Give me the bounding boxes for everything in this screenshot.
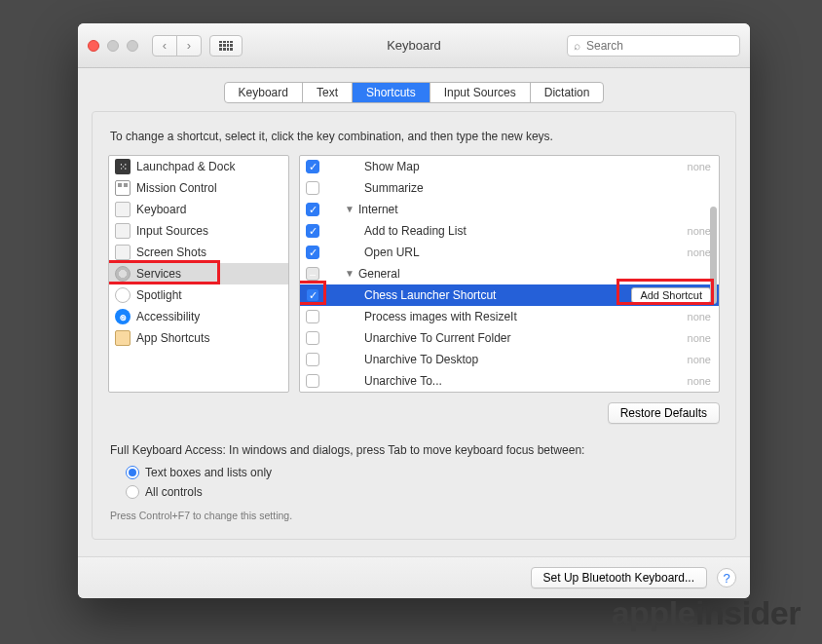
hint-text: Press Control+F7 to change this setting. (110, 510, 718, 521)
sidebar-item-accessibility[interactable]: ๏Accessibility (109, 306, 288, 327)
full-keyboard-access-label: Full Keyboard Access: In windows and dia… (110, 443, 718, 457)
back-button[interactable]: ‹ (152, 35, 177, 57)
list-item[interactable]: Unarchive To Desktop none (300, 349, 719, 370)
help-button[interactable]: ? (717, 568, 736, 587)
list-item[interactable]: Process images with ResizeIt none (300, 306, 719, 327)
radio-text-boxes[interactable]: Text boxes and lists only (126, 463, 720, 482)
keyboard-access-radio-group: Text boxes and lists only All controls (126, 463, 720, 502)
list-item-selected[interactable]: ✓ Chess Launcher Shortcut Add Shortcut (300, 284, 719, 306)
item-label: Process images with ResizeIt (364, 310, 682, 323)
radio-icon (126, 485, 139, 499)
show-all-button[interactable] (209, 35, 243, 57)
sidebar-item-app-shortcuts[interactable]: App Shortcuts (109, 327, 288, 349)
sidebar-item-label: Spotlight (136, 288, 182, 302)
add-shortcut-button[interactable]: Add Shortcut (631, 287, 711, 303)
item-label: Unarchive To Desktop (364, 353, 682, 366)
instructions-text: To change a shortcut, select it, click t… (110, 130, 720, 143)
item-shortcut: none (688, 332, 711, 344)
list-group-internet[interactable]: ✓ ▼ Internet (300, 199, 719, 220)
screenshots-icon (115, 245, 131, 260)
sidebar-item-spotlight[interactable]: Spotlight (109, 284, 288, 306)
sidebar-item-label: Services (136, 267, 181, 281)
minimize-window-button[interactable] (107, 40, 119, 52)
sidebar-item-services[interactable]: Services (109, 263, 288, 284)
tab-input-sources[interactable]: Input Sources (430, 83, 531, 102)
radio-all-controls[interactable]: All controls (126, 482, 720, 502)
close-window-button[interactable] (88, 40, 99, 52)
search-icon: ⌕ (574, 39, 580, 53)
chevron-right-icon: › (187, 38, 191, 53)
tab-shortcuts[interactable]: Shortcuts (353, 83, 430, 102)
restore-defaults-button[interactable]: Restore Defaults (608, 402, 720, 424)
chevron-left-icon: ‹ (163, 38, 167, 53)
radio-label: Text boxes and lists only (145, 466, 272, 479)
help-icon: ? (723, 571, 729, 586)
checkbox[interactable] (306, 331, 319, 345)
tab-dictation[interactable]: Dictation (531, 83, 604, 102)
item-label: Unarchive To Current Folder (364, 331, 682, 345)
group-label: Internet (358, 203, 711, 216)
keyboard-icon (115, 202, 131, 217)
footer: Set Up Bluetooth Keyboard... ? (78, 556, 750, 598)
checkbox[interactable]: ✓ (306, 246, 319, 259)
traffic-lights (88, 40, 138, 52)
sidebar-item-screen-shots[interactable]: Screen Shots (109, 242, 288, 263)
checkbox[interactable] (306, 310, 319, 323)
list-item[interactable]: ✓ Add to Reading List none (300, 220, 719, 242)
tab-keyboard[interactable]: Keyboard (225, 83, 303, 102)
group-label: General (358, 267, 711, 281)
search-field[interactable]: ⌕ (567, 35, 740, 57)
nav-buttons: ‹ › (152, 35, 202, 57)
sidebar-item-label: Input Sources (136, 224, 208, 238)
list-item[interactable]: Unarchive To... none (300, 370, 719, 392)
mission-control-icon (115, 180, 131, 196)
sidebar-item-launchpad[interactable]: ⁙Launchpad & Dock (109, 156, 288, 177)
disclosure-icon[interactable]: ▼ (345, 204, 355, 214)
checkbox[interactable]: ✓ (306, 160, 319, 173)
checkbox[interactable]: – (306, 267, 319, 281)
grid-icon (219, 41, 233, 51)
app-shortcuts-icon (115, 330, 131, 346)
checkbox[interactable]: ✓ (306, 224, 319, 238)
zoom-window-button[interactable] (127, 40, 138, 52)
category-sidebar: ⁙Launchpad & Dock Mission Control Keyboa… (108, 155, 289, 393)
checkbox[interactable] (306, 374, 319, 388)
list-item[interactable]: Unarchive To Current Folder none (300, 327, 719, 349)
sidebar-item-mission-control[interactable]: Mission Control (109, 177, 288, 199)
item-label: Open URL (364, 246, 682, 259)
sidebar-item-keyboard[interactable]: Keyboard (109, 199, 288, 220)
forward-button[interactable]: › (176, 35, 202, 57)
list-item[interactable]: Summarize (300, 177, 719, 199)
sidebar-item-label: App Shortcuts (136, 331, 209, 345)
item-shortcut: none (688, 246, 711, 258)
spotlight-icon (115, 287, 131, 303)
item-label: Unarchive To... (364, 374, 682, 388)
preferences-window: ‹ › Keyboard ⌕ Keyboard Text Shortcuts I… (78, 23, 750, 598)
list-item[interactable]: ✓ Show Map none (300, 156, 719, 177)
list-item[interactable]: ✓ Open URL none (300, 242, 719, 263)
sidebar-item-label: Keyboard (136, 203, 186, 216)
search-input[interactable] (584, 38, 733, 54)
item-label: Add to Reading List (364, 224, 682, 238)
list-group-general[interactable]: – ▼ General (300, 263, 719, 284)
scrollbar-thumb[interactable] (710, 207, 717, 304)
launchpad-icon: ⁙ (115, 159, 131, 174)
disclosure-icon[interactable]: ▼ (345, 268, 355, 279)
bluetooth-keyboard-button[interactable]: Set Up Bluetooth Keyboard... (531, 567, 707, 588)
accessibility-icon: ๏ (115, 309, 131, 324)
tab-text[interactable]: Text (303, 83, 353, 102)
sidebar-item-label: Launchpad & Dock (136, 160, 235, 173)
titlebar: ‹ › Keyboard ⌕ (78, 23, 750, 68)
sidebar-item-input-sources[interactable]: Input Sources (109, 220, 288, 242)
checkbox[interactable] (306, 181, 319, 195)
item-shortcut: none (688, 354, 711, 365)
item-shortcut: none (688, 225, 711, 237)
shortcut-list: ✓ Show Map none Summarize ✓ ▼ In (299, 155, 720, 393)
checkbox[interactable]: ✓ (306, 203, 319, 216)
checkbox[interactable]: ✓ (306, 288, 319, 302)
pane-tabs: Keyboard Text Shortcuts Input Sources Di… (224, 82, 605, 103)
item-shortcut: none (688, 311, 711, 322)
item-label: Chess Launcher Shortcut (364, 288, 631, 302)
scrollbar[interactable] (710, 158, 717, 390)
checkbox[interactable] (306, 353, 319, 366)
